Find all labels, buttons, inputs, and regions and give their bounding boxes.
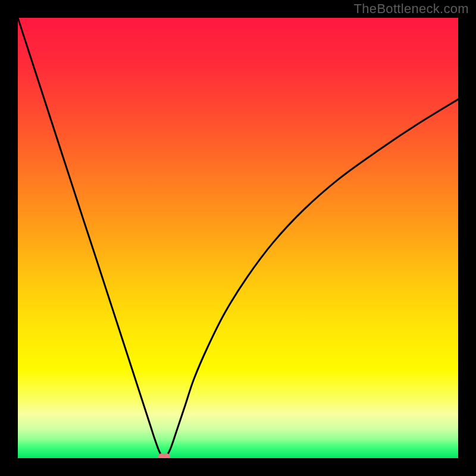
plot-area xyxy=(18,18,458,458)
bottleneck-chart-svg xyxy=(18,18,458,458)
watermark-text: TheBottleneck.com xyxy=(354,1,469,17)
gradient-background xyxy=(18,18,458,458)
chart-frame: TheBottleneck.com xyxy=(0,0,476,476)
